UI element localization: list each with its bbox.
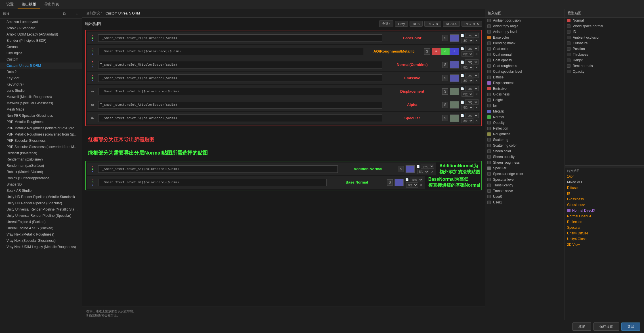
texture-name-input[interactable] — [98, 115, 382, 122]
input-map-item[interactable]: Coat specular level — [485, 69, 565, 74]
conversion-map-item[interactable]: Mixed AO — [565, 179, 644, 185]
conversion-map-item[interactable]: Glossiness — [565, 196, 644, 202]
export-button[interactable]: 导出 — [621, 322, 640, 331]
remove-texture-btn[interactable]: × — [475, 65, 479, 70]
remove-texture-btn[interactable]: × — [475, 92, 479, 96]
format-select[interactable]: png — [465, 86, 479, 91]
rgb-btn[interactable]: RGB — [410, 21, 423, 27]
input-map-item[interactable]: Ior — [485, 103, 565, 109]
sidebar-item-0[interactable]: Amazon Lumberyard — [0, 19, 82, 25]
sidebar-item-31[interactable]: Unity Universal Render Pipeline (Specula… — [0, 213, 82, 219]
conversion-map-item[interactable]: 2D View — [565, 242, 644, 247]
input-map-item[interactable]: Height — [485, 97, 565, 103]
sidebar-item-8[interactable]: Dota 2 — [0, 69, 82, 75]
format-select[interactable]: png — [465, 113, 479, 118]
input-map-item[interactable]: Sheen color — [485, 148, 565, 154]
rgb-plus-b-btn[interactable]: R+G+B — [424, 21, 441, 27]
sidebar-item-14[interactable]: Mesh Maps — [0, 106, 82, 113]
gray-btn[interactable]: Gray — [395, 21, 408, 27]
sidebar-item-15[interactable]: Non-PBR Specular Glossiness — [0, 113, 82, 119]
input-map-item[interactable]: User1 — [485, 199, 565, 205]
dollar-btn[interactable]: $ — [442, 75, 448, 81]
model-map-item[interactable]: Bent normals — [565, 63, 644, 69]
dollar-btn[interactable]: $ — [387, 179, 393, 186]
texture-name-input[interactable] — [98, 165, 338, 173]
sidebar-item-22[interactable]: Renderman (pxrDisney) — [0, 156, 82, 163]
channel-swatch-g[interactable]: G — [441, 48, 450, 55]
model-map-item[interactable]: World space normal — [565, 23, 644, 29]
sidebar-item-2[interactable]: Arnold UDIM Legacy (AiStandard) — [0, 31, 82, 38]
sidebar-item-13[interactable]: Maxwell (Specular Glossiness) — [0, 100, 82, 106]
sidebar-item-7[interactable]: Custom Unreal 5 ORM — [0, 63, 82, 69]
input-map-item[interactable]: Scattering color — [485, 143, 565, 148]
format-select[interactable]: png — [465, 99, 479, 105]
remove-texture-btn[interactable]: × — [475, 52, 479, 56]
format-select[interactable]: png — [465, 33, 479, 38]
format-select[interactable]: png — [465, 59, 479, 64]
sidebar-item-26[interactable]: Shade 3D — [0, 181, 82, 188]
sidebar-item-29[interactable]: Unity HD Render Pipeline (Specular) — [0, 200, 82, 206]
texture-name-input[interactable] — [98, 179, 327, 186]
sidebar-item-10[interactable]: KeyShot 9+ — [0, 81, 82, 88]
texture-name-input[interactable] — [98, 74, 382, 82]
dollar-btn[interactable]: $ — [442, 102, 448, 108]
sidebar-plus-btn[interactable]: + — [75, 11, 79, 17]
remove-texture-btn[interactable]: × — [419, 183, 423, 187]
bit-depth-select[interactable]: 8位 — [462, 118, 473, 123]
sidebar-item-28[interactable]: Unity HD Render Pipeline (Metallic Stand… — [0, 194, 82, 200]
sidebar-item-6[interactable]: Custom — [0, 56, 82, 63]
input-map-item[interactable]: Roughness — [485, 131, 565, 137]
bit-depth-select[interactable]: 8位 — [406, 182, 418, 188]
input-map-item[interactable]: Diffuse — [485, 74, 565, 80]
tab-settings[interactable]: 设置 — [2, 0, 18, 9]
input-map-item[interactable]: User0 — [485, 194, 565, 199]
conversion-map-item[interactable]: Unity4 Gloss — [565, 236, 644, 242]
input-map-item[interactable]: Specular edge color — [485, 171, 565, 177]
input-map-item[interactable]: Coat color — [485, 46, 565, 52]
sidebar-item-24[interactable]: Roblox (MaterialVariant) — [0, 169, 82, 175]
format-select[interactable]: png — [465, 46, 479, 51]
conversion-map-item[interactable]: Diffuse — [565, 185, 644, 191]
bit-depth-select[interactable]: 8位 — [462, 78, 473, 83]
conversion-map-item[interactable]: Specular — [565, 225, 644, 230]
texture-name-input[interactable] — [98, 34, 382, 42]
input-map-item[interactable]: Emissive — [485, 86, 565, 91]
sidebar-item-4[interactable]: Corona — [0, 44, 82, 50]
conversion-map-item[interactable]: f0 — [565, 191, 644, 196]
channel-swatch-r[interactable]: R — [432, 48, 441, 55]
dollar-btn[interactable]: $ — [398, 166, 404, 172]
conversion-map-item[interactable]: Unity4 Diffuse — [565, 230, 644, 236]
sidebar-item-23[interactable]: Renderman (pxrSurface) — [0, 163, 82, 169]
bit-depth-select[interactable]: 8位 — [417, 169, 429, 174]
texture-name-input[interactable] — [98, 88, 382, 95]
sidebar-item-27[interactable]: Spark AR Studio — [0, 188, 82, 194]
conversion-map-item[interactable]: Normal OpenGL — [565, 213, 644, 219]
sidebar-item-36[interactable]: Vray Next UDIM Legacy (Metallic Roughnes… — [0, 244, 82, 250]
model-map-item[interactable]: Thickness — [565, 52, 644, 57]
bit-depth-select[interactable]: 8位 — [462, 105, 473, 110]
input-map-item[interactable]: Coat roughness — [485, 63, 565, 69]
input-map-item[interactable]: Coat opacity — [485, 57, 565, 63]
input-map-item[interactable]: Base color — [485, 35, 565, 40]
sidebar-item-16[interactable]: PBR Metallic Roughness — [0, 119, 82, 125]
sidebar-item-20[interactable]: PBR Specular Glossiness (converted from … — [0, 144, 82, 150]
input-map-item[interactable]: Glossiness — [485, 91, 565, 97]
input-map-item[interactable]: Reflection — [485, 126, 565, 131]
input-map-item[interactable]: Coat normal — [485, 52, 565, 57]
conversion-map-item[interactable]: Reflection — [565, 219, 644, 225]
sidebar-item-34[interactable]: Vray Next (Metallic Roughness) — [0, 231, 82, 238]
sidebar-copy-btn[interactable]: ⧉ — [62, 11, 67, 17]
rgbplusba-btn[interactable]: R+G+B+A — [462, 21, 482, 27]
dollar-btn[interactable]: $ — [442, 115, 448, 121]
conversion-map-item[interactable]: Normal DirectX — [565, 208, 644, 213]
create-btn[interactable]: 创建↑ — [379, 20, 393, 27]
remove-texture-btn[interactable]: × — [475, 105, 479, 110]
remove-texture-btn[interactable]: × — [475, 78, 479, 83]
sidebar-item-9[interactable]: KeyShot — [0, 75, 82, 81]
sidebar-item-33[interactable]: Unreal Engine 4 SSS (Packed) — [0, 225, 82, 231]
input-map-item[interactable]: Normal — [485, 114, 565, 120]
conversion-map-item[interactable]: 1/ior — [565, 174, 644, 179]
sidebar-item-21[interactable]: Redshift (rsMaterial) — [0, 150, 82, 156]
remove-texture-btn[interactable]: × — [430, 169, 434, 174]
remove-texture-btn[interactable]: × — [475, 38, 479, 43]
